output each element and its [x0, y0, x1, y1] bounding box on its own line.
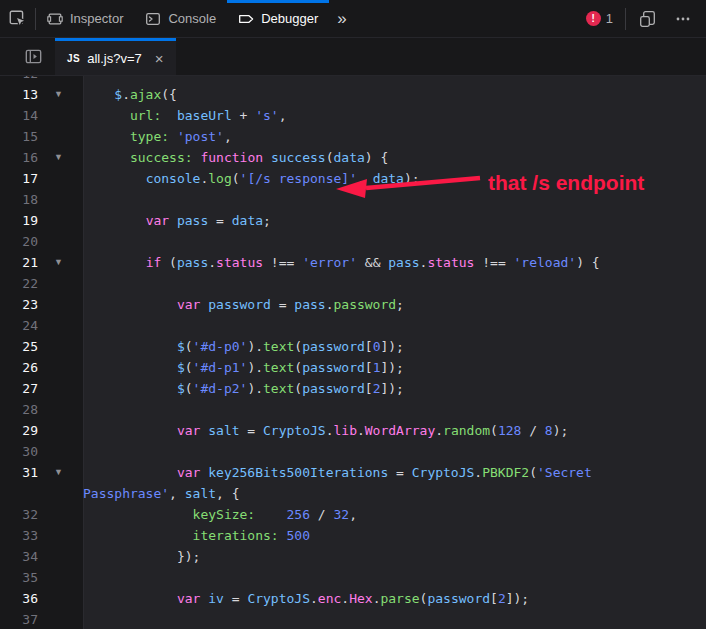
responsive-mode-button[interactable]	[634, 10, 662, 28]
fold-column: ▼	[38, 252, 83, 273]
tab-inspector-label: Inspector	[70, 11, 123, 26]
line-number[interactable]: 29	[0, 420, 38, 441]
fold-column	[38, 378, 83, 399]
line-number[interactable]: 33	[0, 525, 38, 546]
code-line-text[interactable]: success: function success(data) {	[83, 147, 706, 168]
line-number[interactable]: 19	[0, 210, 38, 231]
line-number[interactable]: 25	[0, 336, 38, 357]
line-number[interactable]: 24	[0, 315, 38, 336]
code-row: 37	[0, 609, 706, 629]
code-line-text[interactable]: if (pass.status !== 'error' && pass.stat…	[83, 252, 706, 273]
fold-column	[38, 441, 83, 462]
code-line-text[interactable]: var pass = data;	[83, 210, 706, 231]
code-line-text[interactable]: $('#d-p2').text(password[2]);	[83, 378, 706, 399]
code-line-text[interactable]: $('#d-p0').text(password[0]);	[83, 336, 706, 357]
tab-console-label: Console	[168, 11, 216, 26]
fold-arrow-icon[interactable]: ▼	[54, 147, 63, 168]
fold-arrow-icon[interactable]: ▼	[54, 84, 63, 105]
fold-arrow-icon[interactable]: ▼	[54, 252, 63, 273]
fold-column	[38, 357, 83, 378]
fold-column	[38, 525, 83, 546]
more-tabs-chevron[interactable]: »	[329, 10, 354, 27]
line-number[interactable]: 32	[0, 504, 38, 525]
code-editor[interactable]: 1213▼ $.ajax({14 url: baseUrl + 's',15 t…	[0, 76, 706, 629]
fold-column	[38, 567, 83, 588]
line-number[interactable]: 26	[0, 357, 38, 378]
fold-column	[38, 336, 83, 357]
annotation-text: that /s endpoint	[488, 171, 644, 195]
close-tab-icon[interactable]: ×	[155, 51, 164, 66]
line-number[interactable]: 15	[0, 126, 38, 147]
fold-column	[38, 231, 83, 252]
code-line-text[interactable]	[83, 315, 706, 336]
code-row: 31▼ var key256Bits500Iterations = Crypto…	[0, 462, 706, 483]
code-line-text[interactable]	[83, 441, 706, 462]
devtools-toolbar: Inspector Console Debugger » ! 1	[0, 0, 706, 38]
fold-column	[38, 483, 83, 504]
line-number[interactable]: 30	[0, 441, 38, 462]
code-row: 25 $('#d-p0').text(password[0]);	[0, 336, 706, 357]
line-number[interactable]: 27	[0, 378, 38, 399]
code-line-text[interactable]	[83, 273, 706, 294]
code-line-text[interactable]: type: 'post',	[83, 126, 706, 147]
fold-column: ▼	[38, 147, 83, 168]
meatball-menu-button[interactable]	[670, 11, 696, 27]
fold-arrow-icon[interactable]: ▼	[54, 462, 63, 483]
inspector-icon	[47, 11, 63, 27]
fold-column	[38, 168, 83, 189]
error-icon: !	[586, 11, 601, 26]
line-number[interactable]: 13	[0, 84, 38, 105]
console-icon	[145, 11, 161, 27]
code-line-text[interactable]	[83, 231, 706, 252]
code-line-text[interactable]: keySize: 256 / 32,	[83, 504, 706, 525]
code-line-text[interactable]: iterations: 500	[83, 525, 706, 546]
line-number[interactable]: 34	[0, 546, 38, 567]
pick-element-button[interactable]	[0, 0, 35, 37]
code-line-text[interactable]: var key256Bits500Iterations = CryptoJS.P…	[83, 462, 706, 483]
line-number[interactable]: 36	[0, 588, 38, 609]
responsive-mode-icon	[639, 10, 657, 28]
fold-column	[38, 315, 83, 336]
code-line-text[interactable]	[83, 76, 706, 84]
code-line-text[interactable]: url: baseUrl + 's',	[83, 105, 706, 126]
source-tab-alljs[interactable]: JS all.js?v=7 ×	[55, 38, 176, 75]
sources-panel-toggle-button[interactable]	[18, 38, 49, 75]
code-line-text[interactable]: $('#d-p1').text(password[1]);	[83, 357, 706, 378]
line-number[interactable]: 35	[0, 567, 38, 588]
line-number[interactable]: 31	[0, 462, 38, 483]
line-number[interactable]: 21	[0, 252, 38, 273]
tab-debugger-label: Debugger	[261, 11, 318, 26]
code-line-text[interactable]: var iv = CryptoJS.enc.Hex.parse(password…	[83, 588, 706, 609]
line-number[interactable]: 37	[0, 609, 38, 629]
line-number[interactable]: 20	[0, 231, 38, 252]
js-file-badge: JS	[67, 53, 80, 64]
code-row: Passphrase', salt, {	[0, 483, 706, 504]
line-number[interactable]: 18	[0, 189, 38, 210]
line-number[interactable]: 23	[0, 294, 38, 315]
line-number[interactable]: 16	[0, 147, 38, 168]
fold-column	[38, 294, 83, 315]
code-line-text[interactable]: $.ajax({	[83, 84, 706, 105]
code-row: 23 var password = pass.password;	[0, 294, 706, 315]
line-number[interactable]: 14	[0, 105, 38, 126]
code-line-text[interactable]	[83, 567, 706, 588]
tab-console[interactable]: Console	[134, 0, 227, 37]
fold-column	[38, 399, 83, 420]
error-count-button[interactable]: ! 1	[582, 11, 617, 26]
code-row: 30	[0, 441, 706, 462]
code-line-text[interactable]: var password = pass.password;	[83, 294, 706, 315]
line-number[interactable]: 28	[0, 399, 38, 420]
code-row: 15 type: 'post',	[0, 126, 706, 147]
line-number[interactable]: 22	[0, 273, 38, 294]
code-line-text[interactable]: });	[83, 546, 706, 567]
line-number[interactable]: 17	[0, 168, 38, 189]
fold-column	[38, 588, 83, 609]
code-line-text[interactable]	[83, 609, 706, 629]
code-line-text[interactable]: var salt = CryptoJS.lib.WordArray.random…	[83, 420, 706, 441]
code-line-text[interactable]	[83, 399, 706, 420]
line-number[interactable]: 12	[0, 76, 38, 84]
line-number[interactable]	[0, 483, 38, 504]
code-line-text[interactable]: Passphrase', salt, {	[83, 483, 706, 504]
tab-inspector[interactable]: Inspector	[36, 0, 134, 37]
tab-debugger[interactable]: Debugger	[227, 0, 329, 37]
